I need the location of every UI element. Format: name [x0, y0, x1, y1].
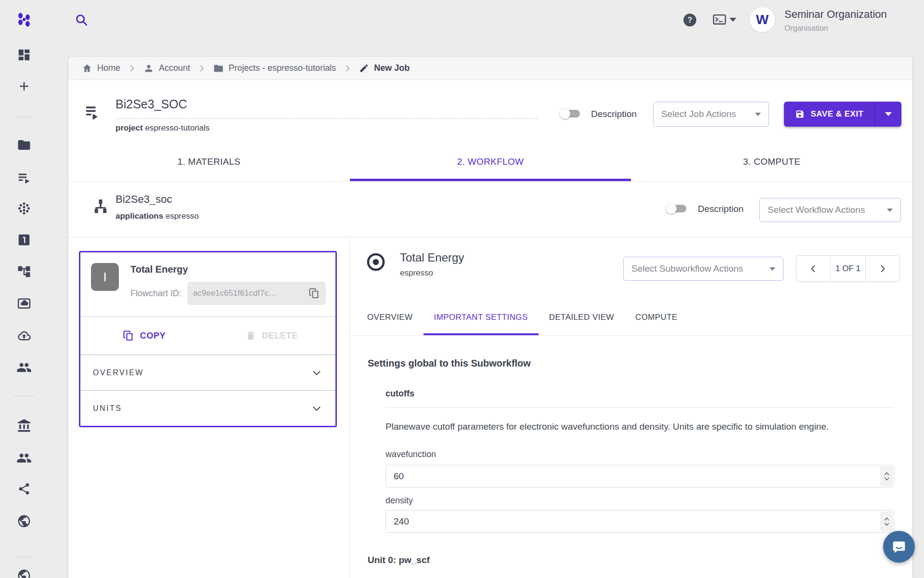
- subworkflow-tabs: OVERVIEW IMPORTANT SETTINGS DETAILED VIE…: [350, 301, 912, 336]
- chevron-down-icon: [310, 402, 323, 415]
- terminal-console-icon[interactable]: [713, 13, 736, 26]
- copy-icon: [123, 330, 134, 342]
- org-switcher[interactable]: Seminar Organization Organisation: [784, 8, 887, 33]
- workflow-tree-icon: [90, 197, 111, 219]
- delete-subworkflow-button[interactable]: DELETE: [208, 330, 335, 341]
- save-dropdown-button[interactable]: [875, 102, 901, 127]
- chevron-right-icon: [197, 64, 206, 73]
- tab-materials[interactable]: 1. MATERIALS: [68, 142, 350, 181]
- pager-next-button[interactable]: [866, 256, 899, 281]
- main-card: Home Account Projects - espresso-tutoria…: [68, 57, 912, 578]
- left-sidebar: [0, 0, 48, 578]
- save-exit-button[interactable]: SAVE & EXIT: [784, 102, 901, 127]
- person-icon: [143, 63, 154, 74]
- important-settings-content: Settings global to this Subworkflow cuto…: [350, 336, 912, 578]
- group-icon[interactable]: [16, 450, 32, 466]
- job-steps: 1. MATERIALS 2. WORKFLOW 3. COMPUTE: [68, 142, 912, 182]
- description-toggle-label: Description: [698, 204, 744, 214]
- bank-organization-icon[interactable]: [17, 419, 31, 433]
- globe-web-icon[interactable]: [17, 514, 31, 528]
- wavefunction-label: wavefunction: [385, 449, 436, 460]
- breadcrumb-home[interactable]: Home: [82, 63, 120, 74]
- divider: [385, 407, 894, 407]
- cloud-upload-icon[interactable]: [16, 328, 32, 343]
- caret-down-icon: [770, 267, 775, 271]
- subworkflow-card-title: Total Energy: [130, 264, 326, 275]
- dashboard-icon[interactable]: [17, 48, 31, 62]
- svg-text:?: ?: [688, 15, 693, 24]
- subworkflow-detail-pane: Total Energy espresso Select Subworkflow…: [349, 237, 912, 578]
- job-title[interactable]: Bi2Se3_SOC: [116, 97, 187, 111]
- sidebar-divider: [13, 395, 35, 396]
- workflow-applications-meta: applications espresso: [116, 211, 199, 221]
- globe-partial-icon[interactable]: [17, 568, 31, 578]
- job-actions-select[interactable]: Select Job Actions: [653, 102, 769, 127]
- breadcrumb-projects[interactable]: Projects - espresso-tutorials: [213, 63, 336, 74]
- team-group-icon[interactable]: [16, 360, 32, 375]
- org-type: Organisation: [784, 24, 887, 33]
- caret-down-icon: [730, 18, 736, 22]
- subworkflow-card[interactable]: I Total Energy Flowchart ID: ac9ee1c651f…: [79, 251, 337, 427]
- unit-heading: Unit 0: pw_scf: [368, 555, 430, 565]
- trash-icon: [245, 330, 256, 341]
- search-icon[interactable]: [74, 13, 89, 27]
- breadcrumb-account[interactable]: Account: [143, 63, 190, 74]
- subworkflow-title-block: Total Energy espresso: [400, 251, 464, 278]
- description-toggle[interactable]: [561, 110, 580, 118]
- workflow-title[interactable]: Bi2Se3_soc: [116, 193, 172, 206]
- subworkflow-title: Total Energy: [400, 251, 464, 264]
- subworkflow-pager: 1 OF 1: [796, 255, 900, 282]
- workflow-actions-select[interactable]: Select Workflow Actions: [759, 198, 901, 222]
- tab-workflow[interactable]: 2. WORKFLOW: [350, 142, 631, 181]
- job-header: Bi2Se3_SOC project espresso-tutorials De…: [68, 80, 912, 142]
- tab-compute[interactable]: COMPUTE: [625, 301, 688, 335]
- help-icon[interactable]: ?: [683, 13, 697, 27]
- number-stepper[interactable]: [880, 512, 893, 531]
- workflow-tree-icon[interactable]: [17, 264, 31, 279]
- pager-prev-button[interactable]: [796, 256, 830, 281]
- folder-icon[interactable]: [17, 138, 31, 152]
- folder-icon: [213, 63, 224, 74]
- pager-label: 1 OF 1: [830, 256, 866, 281]
- mat3ra-logo-icon[interactable]: [16, 12, 32, 28]
- description-toggle[interactable]: [667, 205, 686, 212]
- copy-id-icon[interactable]: [308, 288, 320, 299]
- share-icon[interactable]: [17, 482, 31, 496]
- tab-overview[interactable]: OVERVIEW: [357, 301, 424, 335]
- chat-launcher-button[interactable]: [883, 531, 915, 563]
- subworkflow-actions-select[interactable]: Select Subworkflow Actions: [623, 257, 783, 281]
- materials-atoms-icon[interactable]: [17, 201, 31, 215]
- tab-compute[interactable]: 3. COMPUTE: [631, 142, 912, 181]
- flowchart-id-value: ac9ee1c651f61cdf7c…: [193, 289, 277, 298]
- settings-group-description: Planewave cutoff parameters for electron…: [385, 421, 829, 432]
- density-label: density: [385, 496, 413, 506]
- density-input[interactable]: 240: [385, 510, 894, 533]
- wavefunction-input[interactable]: 60: [385, 465, 894, 487]
- accordion-units[interactable]: UNITS: [80, 390, 335, 426]
- subworkflow-badge: I: [91, 263, 119, 291]
- app-root: ? W Seminar Organization Organisation Ho…: [0, 0, 924, 578]
- accordion-overview[interactable]: OVERVIEW: [80, 355, 335, 390]
- job-playlist-icon: [85, 104, 100, 122]
- breadcrumb: Home Account Projects - espresso-tutoria…: [68, 57, 912, 80]
- tab-important-settings[interactable]: IMPORTANT SETTINGS: [424, 301, 539, 335]
- image-media-icon[interactable]: [17, 296, 31, 311]
- tab-detailed-view[interactable]: DETAILED VIEW: [539, 301, 625, 335]
- subworkflow-list-pane: I Total Energy Flowchart ID: ac9ee1c651f…: [68, 237, 349, 578]
- jobs-playlist-play-icon[interactable]: [17, 170, 31, 184]
- pencil-icon: [359, 63, 369, 73]
- settings-group-name: cutoffs: [385, 389, 414, 399]
- subworkflow-subtitle: espresso: [400, 268, 464, 278]
- chevron-right-icon: [343, 64, 352, 73]
- chat-bubble-icon: [892, 539, 906, 554]
- number-stepper[interactable]: [880, 466, 893, 486]
- copy-subworkflow-button[interactable]: COPY: [80, 330, 208, 342]
- caret-down-icon: [755, 113, 761, 116]
- avatar[interactable]: W: [750, 7, 775, 32]
- looks-one-icon[interactable]: [17, 233, 31, 247]
- chevron-down-icon: [310, 367, 323, 379]
- sidebar-divider: [13, 557, 35, 557]
- save-icon: [795, 109, 805, 119]
- add-icon[interactable]: [17, 79, 31, 93]
- breadcrumb-new-job: New Job: [359, 63, 410, 73]
